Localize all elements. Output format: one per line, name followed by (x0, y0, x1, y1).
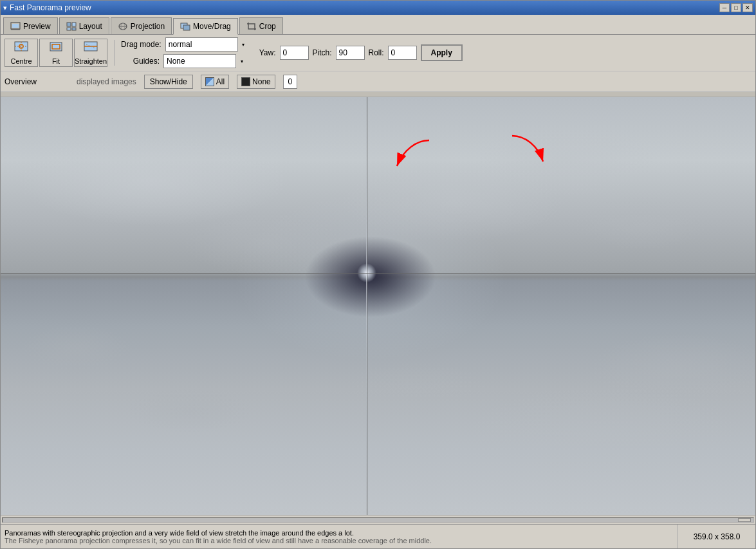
svg-rect-12 (248, 24, 255, 29)
fit-label: Fit (52, 57, 60, 65)
status-line-2: The Fisheye panorama projection compress… (5, 537, 674, 544)
bottom-scrollbar[interactable] (1, 515, 755, 524)
status-bar: Panoramas with stereographic projection … (1, 524, 755, 548)
guides-label: Guides: (121, 57, 160, 66)
drag-mode-label: Drag mode: (121, 40, 161, 49)
separator-1 (114, 40, 115, 66)
centre-button[interactable]: Centre (5, 39, 38, 67)
overview-bar: Overview displayed images Show/Hide All … (1, 71, 755, 92)
all-button[interactable]: All (201, 75, 229, 89)
straighten-label: Straighten (75, 57, 107, 65)
move-icon (180, 21, 190, 32)
svg-rect-4 (72, 23, 76, 26)
preview-icon (10, 21, 21, 32)
show-hide-button[interactable]: Show/Hide (144, 75, 193, 89)
drag-mode-row: Drag mode: normal panning mosaic ▾ (121, 37, 249, 51)
tab-layout-label: Layout (79, 22, 102, 31)
tab-projection-label: Projection (131, 22, 165, 31)
view-buttons: Centre Fit (5, 39, 107, 67)
top-scrollbar[interactable] (1, 92, 755, 97)
guides-select[interactable]: None Center cross Rule of thirds (163, 54, 247, 68)
close-button[interactable]: ✕ (742, 3, 753, 12)
scroll-track[interactable] (2, 517, 754, 523)
window-menu[interactable]: ▾ (3, 4, 7, 12)
none-button[interactable]: None (237, 75, 275, 89)
straighten-icon (83, 41, 98, 56)
image-count-badge: 0 (283, 75, 297, 89)
roll-input[interactable] (388, 46, 417, 60)
svg-rect-11 (183, 25, 190, 30)
drag-mode-combo[interactable]: normal panning mosaic ▾ (165, 37, 249, 51)
tab-crop[interactable]: Crop (239, 17, 283, 34)
svg-rect-3 (67, 23, 71, 26)
apply-button[interactable]: Apply (421, 44, 463, 61)
title-bar-buttons: ─ □ ✕ (719, 3, 753, 12)
minimize-button[interactable]: ─ (719, 3, 730, 12)
pitch-label: Pitch: (313, 48, 332, 57)
overview-label: Overview (5, 77, 37, 86)
maximize-button[interactable]: □ (731, 3, 741, 12)
none-label: None (252, 77, 271, 86)
svg-rect-1 (12, 24, 19, 28)
tab-move-drag-label: Move/Drag (193, 22, 231, 31)
all-icon (205, 77, 214, 86)
tab-bar: Preview Layout Projection (1, 15, 755, 35)
tab-crop-label: Crop (259, 22, 276, 31)
layout-icon (66, 21, 77, 32)
fit-button[interactable]: Fit (39, 39, 73, 67)
displayed-images-label: displayed images (77, 77, 136, 86)
yaw-input[interactable] (280, 46, 309, 60)
all-label: All (216, 77, 225, 86)
straighten-button[interactable]: Straighten (74, 39, 107, 67)
tab-projection[interactable]: Projection (111, 17, 172, 34)
guides-combo[interactable]: None Center cross Rule of thirds ▾ (163, 54, 247, 68)
main-window: ▾ Fast Panorama preview ─ □ ✕ Preview (0, 0, 756, 549)
status-line-1: Panoramas with stereographic projection … (5, 529, 674, 537)
yaw-label: Yaw: (259, 48, 276, 57)
projection-icon (118, 21, 128, 32)
toolbar-row: Centre Fit (1, 35, 755, 71)
panorama-clouds (1, 97, 755, 515)
svg-rect-6 (72, 28, 76, 30)
centre-label: Centre (10, 57, 32, 65)
scroll-thumb[interactable] (738, 518, 751, 522)
tab-preview[interactable]: Preview (3, 17, 58, 34)
status-text: Panoramas with stereographic projection … (1, 525, 678, 548)
none-icon (241, 77, 250, 86)
drag-mode-select[interactable]: normal panning mosaic (165, 37, 249, 51)
crop-icon (246, 21, 257, 32)
crosshair-horizontal (1, 273, 755, 274)
tab-preview-label: Preview (23, 22, 51, 31)
window-title: Fast Panorama preview (10, 3, 91, 12)
tab-move-drag[interactable]: Move/Drag (173, 18, 238, 35)
guides-row: Guides: None Center cross Rule of thirds… (121, 54, 249, 68)
status-size: 359.0 x 358.0 (678, 525, 755, 548)
svg-rect-5 (67, 28, 71, 30)
fit-icon (48, 41, 64, 56)
drag-mode-section: Drag mode: normal panning mosaic ▾ Guide… (121, 37, 249, 68)
title-bar-left: ▾ Fast Panorama preview (3, 3, 91, 12)
panorama-view[interactable] (1, 97, 755, 515)
centre-icon (14, 41, 29, 56)
yaw-pitch-section: Yaw: Pitch: Roll: Apply (259, 44, 463, 61)
tab-layout[interactable]: Layout (59, 17, 109, 34)
title-bar: ▾ Fast Panorama preview ─ □ ✕ (1, 1, 755, 15)
pitch-input[interactable] (336, 46, 365, 60)
crosshair-vertical (367, 97, 367, 515)
roll-label: Roll: (369, 48, 384, 57)
